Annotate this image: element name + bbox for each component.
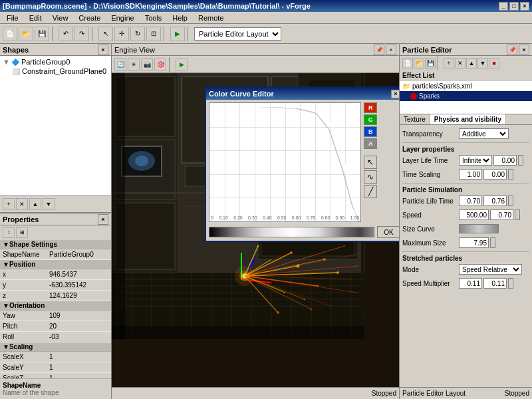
engine-toolbar-btn4[interactable]: 🎯 [154, 59, 166, 70]
speed-input1[interactable] [459, 209, 489, 220]
pe-up-btn[interactable]: ▲ [466, 58, 477, 68]
shapes-close-button[interactable]: × [98, 45, 108, 55]
prop-z: z 124.1629 [0, 291, 111, 301]
time-scaling-input2[interactable] [483, 169, 507, 180]
pe-open-btn[interactable]: 📂 [414, 58, 424, 68]
undo-button[interactable]: ↶ [59, 27, 73, 41]
effect-list-label: Effect List [402, 72, 434, 79]
curve-alpha-button[interactable]: A [364, 138, 377, 149]
pe-save-btn[interactable]: 💾 [425, 58, 436, 68]
pe-add-btn[interactable]: + [444, 58, 454, 68]
new-button[interactable]: 📄 [3, 27, 17, 41]
menu-create[interactable]: Create [74, 13, 104, 23]
mode-dropdown[interactable]: Speed Relative [459, 264, 522, 275]
menu-tools[interactable]: Tools [141, 13, 166, 23]
close-button[interactable]: × [520, 2, 529, 11]
move-up-button[interactable]: ▲ [29, 198, 41, 210]
curve-delete-tool[interactable]: ╱ [364, 185, 377, 198]
shapes-tree[interactable]: ▼ 🔷 ParticleGroup0 ⬜ Constraint_GroundPl… [0, 56, 111, 196]
move-down-button[interactable]: ▼ [43, 198, 55, 210]
layer-lifetime-dropdown[interactable]: Infinite [459, 155, 492, 166]
curve-select-tool[interactable]: ↖ [364, 156, 377, 169]
minimize-button[interactable]: _ [499, 2, 508, 11]
section-shape-settings: ▼ Shape Settings ShapeName ParticleGroup… [0, 240, 111, 260]
menu-file[interactable]: File [3, 13, 23, 23]
curve-red-button[interactable]: R [364, 102, 377, 113]
effect-item-sparks-xml[interactable]: 📁 particles\Sparks.xml [400, 81, 532, 91]
particle-lifetime-input2[interactable] [483, 196, 507, 206]
transparency-dropdown[interactable]: Additive [459, 128, 509, 139]
particle-editor-title: Particle Editor [402, 46, 452, 54]
open-button[interactable]: 📂 [19, 27, 33, 41]
tab-texture[interactable]: Texture [400, 114, 430, 124]
section-scaling-header[interactable]: ▼ Scaling [0, 342, 111, 352]
layer-lifetime-input[interactable] [493, 155, 517, 166]
maximize-button[interactable]: □ [509, 2, 519, 11]
pe-row-time-scaling: Time Scaling [402, 168, 529, 180]
speed-mult-input1[interactable] [459, 278, 482, 289]
tree-item-particlegroup[interactable]: ▼ 🔷 ParticleGroup0 [1, 57, 110, 66]
redo-button[interactable]: ↷ [74, 27, 89, 41]
engine-toolbar-btn1[interactable]: 🔄 [114, 59, 126, 70]
scale-button[interactable]: ⊡ [146, 27, 161, 41]
pe-pin-button[interactable]: 📌 [507, 45, 517, 55]
engine-view-content[interactable]: Color Curve Editor × [112, 73, 399, 387]
menu-help[interactable]: Help [168, 13, 192, 23]
play-button[interactable]: ▶ [170, 27, 185, 41]
section-shape-settings-header[interactable]: ▼ Shape Settings [0, 240, 111, 249]
engine-toolbar-btn2[interactable]: ☀ [128, 59, 140, 70]
select-button[interactable]: ↖ [98, 27, 113, 41]
save-button[interactable]: 💾 [35, 27, 49, 41]
delete-shape-button[interactable]: ✕ [16, 198, 28, 210]
section-orient-header[interactable]: ▼ Orientation [0, 301, 111, 311]
particle-lifetime-input1[interactable] [459, 196, 482, 206]
props-sort-button[interactable]: ↕ [3, 227, 15, 238]
pe-down-btn[interactable]: ▼ [477, 58, 488, 68]
time-scaling-input1[interactable] [459, 169, 482, 180]
menu-view[interactable]: View [49, 13, 72, 23]
layer-lifetime-scrollbar[interactable] [518, 155, 523, 166]
engine-pin-button[interactable]: 📌 [374, 45, 384, 55]
menu-edit[interactable]: Edit [25, 13, 46, 23]
pe-status-left: Particle Editor Layout [402, 390, 466, 397]
curve-green-button[interactable]: G [364, 114, 377, 125]
engine-play-btn[interactable]: ▶ [176, 59, 188, 70]
dialog-ok-button[interactable]: OK [377, 226, 399, 238]
pe-header-buttons: 📌 × [507, 45, 529, 55]
size-curve-preview[interactable] [459, 224, 499, 233]
pe-del-btn[interactable]: ✕ [455, 58, 466, 68]
prop-value-x: 946.5437 [49, 271, 108, 278]
toolbar-sep-1 [52, 27, 56, 41]
axis-labels: 0 0.10 0.20 0.30 0.40 0.50 0.60 0.70 0.8… [209, 215, 360, 220]
props-grid-button[interactable]: ⊞ [16, 227, 28, 238]
pe-close-button[interactable]: × [519, 45, 529, 55]
pe-play-btn[interactable]: ■ [489, 58, 499, 68]
tab-physics[interactable]: Physics and visibility [430, 114, 506, 124]
time-scaling-scrollbar[interactable] [508, 169, 513, 180]
pe-new-btn[interactable]: 📄 [402, 58, 413, 68]
pe-label-transparency: Transparency [402, 130, 459, 138]
speed-mult-input2[interactable] [483, 278, 507, 289]
speed-mult-scrollbar[interactable] [508, 278, 513, 289]
add-shape-button[interactable]: + [3, 198, 15, 210]
section-position-header[interactable]: ▼ Position [0, 260, 111, 269]
menu-engine[interactable]: Engine [107, 13, 138, 23]
tree-item-groundplane[interactable]: ⬜ Constraint_GroundPlane0 [1, 66, 110, 76]
curve-add-tool[interactable]: ∿ [364, 170, 377, 184]
speed-input2[interactable] [490, 209, 513, 220]
speed-scrollbar[interactable] [515, 209, 520, 220]
dialog-close-button[interactable]: × [391, 90, 399, 98]
max-size-scrollbar[interactable] [490, 237, 495, 248]
engine-close-button[interactable]: × [386, 45, 396, 55]
rotate-button[interactable]: ↻ [130, 27, 145, 41]
engine-toolbar-btn3[interactable]: 📷 [141, 59, 153, 70]
properties-close-button[interactable]: × [98, 214, 108, 225]
curve-canvas[interactable]: 0 0.10 0.20 0.30 0.40 0.50 0.60 0.70 0.8… [209, 102, 361, 222]
move-button[interactable]: ✛ [114, 27, 129, 41]
layout-dropdown[interactable]: Particle Editor Layout [194, 27, 281, 41]
max-size-input[interactable] [459, 237, 489, 248]
menu-remote[interactable]: Remote [194, 13, 228, 23]
particle-lifetime-scrollbar[interactable] [508, 196, 513, 206]
curve-blue-button[interactable]: B [364, 126, 377, 137]
effect-subitem-sparks[interactable]: Sparks [400, 91, 532, 101]
